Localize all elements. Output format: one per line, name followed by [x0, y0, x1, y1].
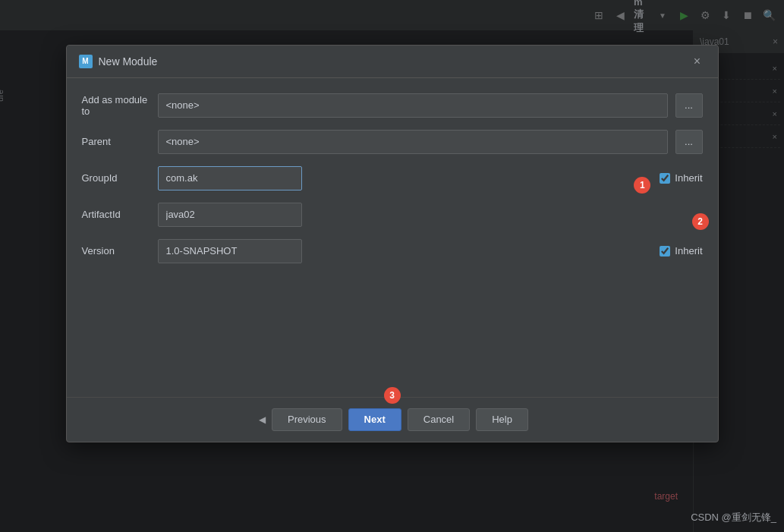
add-module-to-browse-button[interactable]: ...: [675, 93, 703, 118]
dialog-body: Add as module to ... Parent ... GroupId: [67, 78, 718, 397]
group-id-input-container: 1: [158, 166, 645, 190]
group-id-inherit-checkbox[interactable]: [660, 173, 670, 184]
version-input[interactable]: [158, 239, 302, 263]
version-inherit-label: Inherit: [675, 245, 702, 257]
group-id-label: GroupId: [82, 172, 158, 184]
dialog-close-button[interactable]: ×: [689, 53, 706, 70]
group-id-inherit-wrap: Inherit: [660, 172, 702, 184]
help-button[interactable]: Help: [476, 408, 528, 431]
parent-browse-button[interactable]: ...: [675, 130, 703, 154]
dialog-title: M New Module: [79, 55, 158, 68]
watermark: CSDN @重剑无锋_: [691, 511, 776, 524]
previous-button[interactable]: Previous: [272, 408, 342, 431]
parent-label: Parent: [82, 136, 158, 147]
dialog-module-icon: M: [79, 55, 93, 68]
cancel-button[interactable]: Cancel: [408, 408, 470, 431]
badge-3: 3: [384, 387, 401, 404]
dialog-title-bar: M New Module ×: [67, 46, 718, 78]
parent-row: Parent ...: [82, 130, 703, 154]
artifact-id-wrap: 2: [158, 203, 703, 227]
new-module-dialog: M New Module × Add as module to ... Pare…: [66, 45, 719, 442]
add-module-to-wrap: ...: [158, 93, 703, 118]
next-button[interactable]: Next: [348, 408, 401, 431]
artifact-id-input-container: 2: [158, 203, 703, 227]
dialog-footer: 3 ◀ Previous Next Cancel Help: [67, 397, 718, 442]
add-module-to-label: Add as module to: [82, 94, 158, 117]
version-label: Version: [82, 245, 158, 257]
version-wrap: Inherit: [158, 239, 703, 263]
artifact-id-label: ArtifactId: [82, 209, 158, 220]
version-input-container: [158, 239, 645, 263]
artifact-id-input[interactable]: [158, 203, 302, 227]
version-inherit-checkbox[interactable]: [660, 246, 670, 257]
badge-1: 1: [634, 177, 650, 194]
version-row: Version Inherit: [82, 239, 703, 263]
add-module-to-input[interactable]: [158, 93, 668, 118]
group-id-input[interactable]: [158, 166, 302, 190]
badge-3-arrow: ◀: [259, 414, 266, 425]
group-id-row: GroupId 1 Inherit: [82, 166, 703, 190]
group-id-wrap: 1 Inherit: [158, 166, 703, 190]
badge-2: 2: [692, 213, 709, 230]
version-inherit-wrap: Inherit: [660, 245, 702, 257]
parent-wrap: ...: [158, 130, 703, 154]
modal-overlay: M New Module × Add as module to ... Pare…: [0, 0, 784, 532]
group-id-inherit-label: Inherit: [675, 172, 702, 184]
artifact-id-row: ArtifactId 2: [82, 203, 703, 227]
parent-input[interactable]: [158, 130, 668, 154]
add-module-to-row: Add as module to ...: [82, 93, 703, 118]
dialog-title-text: New Module: [99, 55, 158, 68]
